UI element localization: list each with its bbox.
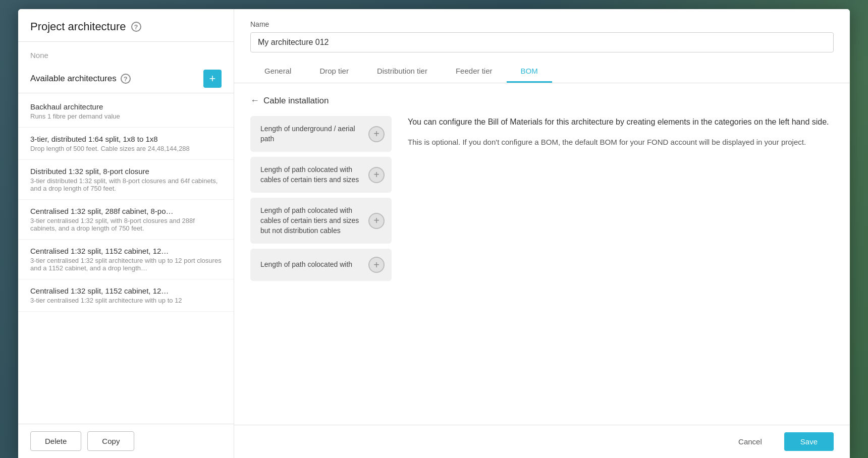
bom-item-text: Length of underground / aerial path [260, 124, 363, 144]
cancel-button[interactable]: Cancel [724, 432, 776, 451]
arch-item-title: Centralised 1:32 split, 1152 cabinet, 12… [30, 247, 222, 255]
delete-button[interactable]: Delete [30, 431, 81, 451]
architecture-list: Backhaul architecture Runs 1 fibre per d… [18, 93, 234, 424]
bom-category-item[interactable]: Length of path colocated with + [250, 249, 392, 281]
name-input[interactable] [250, 32, 834, 52]
arch-item-title: 3-tier, distributed 1:64 split, 1x8 to 1… [30, 135, 222, 143]
bom-add-icon[interactable]: + [368, 126, 385, 142]
copy-button[interactable]: Copy [87, 431, 134, 451]
architecture-list-item[interactable]: Distributed 1:32 split, 8-port closure 3… [18, 160, 234, 200]
back-label: Cable installation [263, 96, 329, 106]
bom-item-text: Length of path colocated with cables of … [260, 206, 363, 236]
bom-category-item[interactable]: Length of underground / aerial path + [250, 116, 392, 152]
architecture-list-item[interactable]: Backhaul architecture Runs 1 fibre per d… [18, 95, 234, 128]
available-architectures-label: Available architectures [30, 74, 117, 84]
bom-category-item[interactable]: Length of path colocated with cables of … [250, 198, 392, 244]
back-arrow-icon[interactable]: ← [250, 95, 259, 106]
arch-item-title: Distributed 1:32 split, 8-port closure [30, 167, 222, 176]
tabs: GeneralDrop tierDistribution tierFeeder … [250, 61, 834, 83]
architecture-list-item[interactable]: Centralised 1:32 split, 288f cabinet, 8-… [18, 200, 234, 240]
help-icon[interactable]: ? [131, 22, 141, 32]
architecture-list-item[interactable]: Centralised 1:32 split, 1152 cabinet, 12… [18, 279, 234, 312]
available-help-icon[interactable]: ? [121, 74, 131, 84]
arch-item-title: Centralised 1:32 split, 288f cabinet, 8-… [30, 207, 222, 215]
bom-description: You can configure the Bill of Materials … [408, 116, 834, 148]
bom-add-icon[interactable]: + [368, 167, 385, 183]
save-button[interactable]: Save [784, 432, 834, 451]
bom-category-item[interactable]: Length of path colocated with cables of … [250, 157, 392, 193]
modal-title: Project architecture [30, 20, 126, 33]
tab-drop-tier[interactable]: Drop tier [305, 61, 363, 83]
tab-bom[interactable]: BOM [507, 61, 552, 83]
arch-item-desc: Runs 1 fibre per demand value [30, 112, 222, 120]
architecture-list-item[interactable]: 3-tier, distributed 1:64 split, 1x8 to 1… [18, 128, 234, 160]
bom-desc-line2: This is optional. If you don't configure… [408, 136, 834, 148]
tab-distribution-tier[interactable]: Distribution tier [363, 61, 442, 83]
bom-item-text: Length of path colocated with cables of … [260, 165, 363, 185]
name-label: Name [250, 20, 834, 28]
tab-general[interactable]: General [250, 61, 305, 83]
none-label: None [18, 42, 234, 65]
arch-item-title: Backhaul architecture [30, 102, 222, 111]
bom-item-text: Length of path colocated with [260, 260, 363, 270]
bom-add-icon[interactable]: + [368, 257, 385, 273]
arch-item-desc: 3-tier centralised 1:32 split architectu… [30, 297, 222, 304]
arch-item-desc: 3-tier centralised 1:32 split, with 8-po… [30, 217, 222, 232]
add-architecture-button[interactable]: + [203, 70, 222, 88]
bom-add-icon[interactable]: + [368, 213, 385, 229]
arch-item-desc: 3-tier distributed 1:32 split, with 8-po… [30, 177, 222, 192]
tab-feeder-tier[interactable]: Feeder tier [442, 61, 507, 83]
arch-item-title: Centralised 1:32 split, 1152 cabinet, 12… [30, 287, 222, 295]
bom-category-list: Length of underground / aerial path + Le… [250, 116, 392, 281]
arch-item-desc: Drop length of 500 feet. Cable sizes are… [30, 145, 222, 152]
architecture-list-item[interactable]: Centralised 1:32 split, 1152 cabinet, 12… [18, 240, 234, 279]
bom-desc-line1: You can configure the Bill of Materials … [408, 116, 834, 128]
arch-item-desc: 3-tier centralised 1:32 split architectu… [30, 257, 222, 272]
